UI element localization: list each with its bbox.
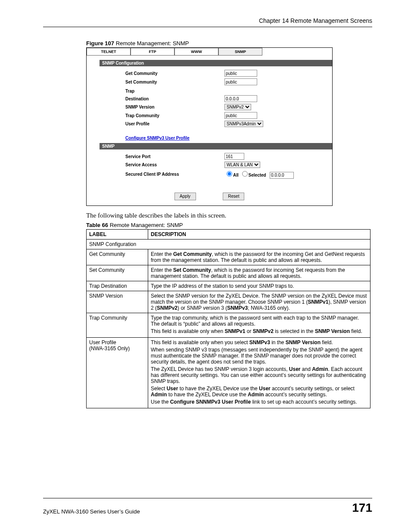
service-access-select[interactable]: WLAN & LAN — [224, 162, 260, 168]
table-row: Trap Destination Type the IP address of … — [87, 281, 371, 291]
set-community-input[interactable] — [224, 78, 257, 85]
cell-snmp-config: SNMP Configuration — [87, 239, 371, 249]
destination-label: Destination — [125, 96, 224, 101]
th-description: DESCRIPTION — [148, 229, 371, 239]
service-access-label: Service Access — [125, 162, 224, 167]
cell-desc: This field is available only when you se… — [148, 337, 371, 408]
secured-ip-input[interactable] — [270, 172, 294, 179]
footer-guide: ZyXEL NWA-3160 Series User’s Guide — [43, 508, 140, 515]
table-number: Table 66 — [86, 222, 108, 228]
trap-community-input[interactable] — [224, 112, 257, 119]
table-caption: Table 66 Remote Management: SNMP — [86, 222, 372, 228]
radio-all[interactable] — [227, 171, 232, 177]
section-snmp-config: SNMP Configuration — [100, 60, 332, 66]
secured-ip-label: Secured Client IP Address — [125, 172, 224, 177]
get-community-input[interactable] — [224, 70, 257, 77]
snmp-version-label: SNMP Version — [125, 105, 224, 109]
tab-snmp[interactable]: SNMP — [218, 48, 262, 56]
figure-title: Remote Management: SNMP — [114, 40, 189, 47]
screenshot-panel: TELNET FTP WWW SNMP SNMP Configuration G… — [86, 47, 333, 206]
table-title: Remote Management: SNMP — [108, 222, 183, 228]
figure-caption: Figure 107 Remote Management: SNMP — [86, 40, 372, 47]
table-row: SNMP Version Select the SNMP version for… — [87, 291, 371, 313]
cell-label: Trap Community — [87, 313, 148, 337]
cell-desc: Enter the Get Community, which is the pa… — [148, 249, 371, 265]
user-profile-select[interactable]: SNMPv3Admin — [224, 121, 263, 127]
chapter-header: Chapter 14 Remote Management Screens — [43, 17, 372, 27]
th-label: LABEL — [87, 229, 148, 239]
user-profile-label: User Profile — [125, 121, 224, 126]
cell-desc: Select the SNMP version for the ZyXEL De… — [148, 291, 371, 313]
radio-all-label: All — [233, 173, 239, 177]
cell-label: Set Community — [87, 265, 148, 281]
get-community-label: Get Community — [125, 71, 224, 76]
tab-telnet[interactable]: TELNET — [87, 48, 131, 56]
section-snmp: SNMP — [100, 143, 332, 149]
radio-selected[interactable] — [242, 171, 248, 177]
trap-community-label: Trap Community — [125, 113, 224, 118]
service-port-input[interactable] — [224, 153, 244, 160]
configure-snmpv3-link[interactable]: Configure SNMPv3 User Profile — [125, 136, 190, 140]
cell-label: Trap Destination — [87, 281, 148, 291]
page-footer: ZyXEL NWA-3160 Series User’s Guide 171 — [43, 498, 372, 515]
trap-label: Trap — [125, 89, 224, 93]
cell-label: User Profile (NWA-3165 Only) — [87, 337, 148, 408]
body-paragraph: The following table describes the labels… — [86, 212, 372, 219]
service-port-label: Service Port — [125, 154, 224, 159]
table-row: Get Community Enter the Get Community, w… — [87, 249, 371, 265]
table-row: Set Community Enter the Set Community, w… — [87, 265, 371, 281]
snmp-version-select[interactable]: SNMPv2 — [224, 104, 251, 110]
tab-www[interactable]: WWW — [174, 48, 218, 56]
cell-label: SNMP Version — [87, 291, 148, 313]
cell-desc: Type the trap community, which is the pa… — [148, 313, 371, 337]
apply-button[interactable]: Apply — [174, 193, 196, 200]
description-table: LABEL DESCRIPTION SNMP Configuration Get… — [86, 229, 371, 408]
reset-button[interactable]: Reset — [223, 193, 244, 200]
set-community-label: Set Community — [125, 80, 224, 84]
tab-ftp[interactable]: FTP — [131, 48, 174, 56]
table-row: User Profile (NWA-3165 Only) This field … — [87, 337, 371, 408]
cell-label: Get Community — [87, 249, 148, 265]
cell-desc: Enter the Set Community, which is the pa… — [148, 265, 371, 281]
table-row: SNMP Configuration — [87, 239, 371, 249]
table-row: Trap Community Type the trap community, … — [87, 313, 371, 337]
page-number: 171 — [352, 501, 372, 515]
figure-number: Figure 107 — [86, 40, 114, 47]
tab-row: TELNET FTP WWW SNMP — [87, 48, 332, 56]
destination-input[interactable] — [224, 95, 257, 102]
radio-selected-label: Selected — [249, 173, 266, 177]
cell-desc: Type the IP address of the station to se… — [148, 281, 371, 291]
